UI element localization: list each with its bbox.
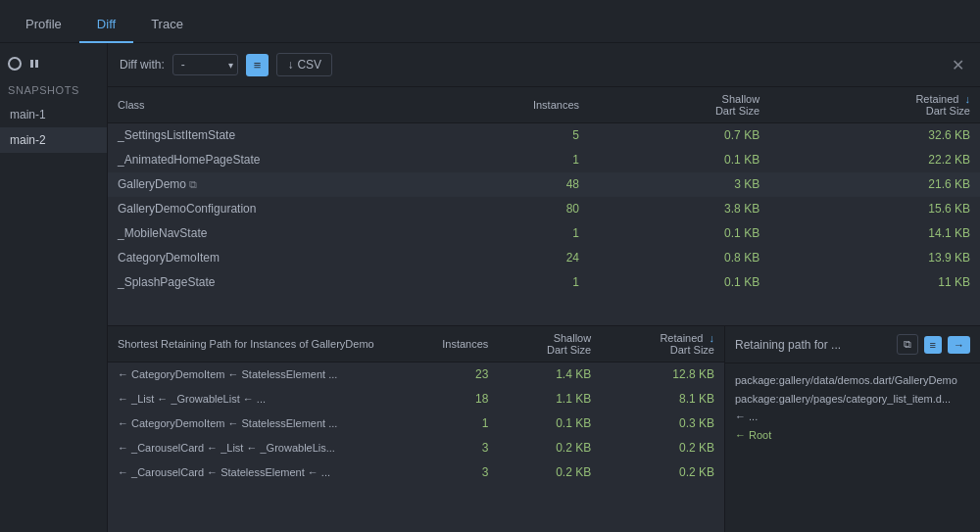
retaining-nav-button[interactable]: → [948,336,970,354]
col-path[interactable]: Shortest Retaining Path for Instances of… [108,326,416,363]
filter-button[interactable]: ≡ [246,54,270,76]
download-icon: ↓ [287,58,293,72]
cell-shallow: 0.2 KB [498,436,601,460]
record-icon[interactable] [8,57,22,71]
cell-instances: 23 [416,363,499,387]
sidebar-controls [0,51,107,80]
cell-shallow: 3.8 KB [589,197,769,221]
cell-class: GalleryDemoConfiguration [108,197,439,221]
tab-diff[interactable]: Diff [79,7,133,43]
bottom-section: Shortest Retaining Path for Instances of… [108,326,980,532]
table-row[interactable]: _AnimatedHomePageState 1 0.1 KB 22.2 KB [108,148,980,172]
retaining-path-content: package:gallery/data/demos.dart/GalleryD… [725,363,980,532]
table-row[interactable]: ← CategoryDemoItem ← StatelessElement ..… [108,363,724,387]
cell-shallow: 1.1 KB [498,387,601,411]
cell-shallow: 0.7 KB [589,123,769,148]
cell-shallow: 0.1 KB [589,148,769,172]
retaining-path-panel: Retaining path for ... ⧉ ≡ → package:gal… [725,326,980,532]
retaining-filter-button[interactable]: ≡ [924,336,942,354]
snapshots-label: Snapshots [0,80,107,102]
table-row[interactable]: ← _List ← _GrowableList ← ... 18 1.1 KB … [108,387,724,411]
table-row[interactable]: _SplashPageState 1 0.1 KB 11 KB [108,270,980,295]
col-retained-bottom[interactable]: Retained ↓Dart Size [601,326,724,363]
table-row[interactable]: _SettingsListItemState 5 0.7 KB 32.6 KB [108,123,980,148]
cell-instances: 1 [439,270,589,295]
sidebar-item-main2[interactable]: main-2 [0,127,107,153]
cell-retained: 14.1 KB [769,221,980,246]
copy-cell-icon[interactable]: ⧉ [189,178,197,190]
sidebar-item-main1[interactable]: main-1 [0,102,107,127]
cell-class: _AnimatedHomePageState [108,148,439,172]
cell-instances: 5 [439,123,589,148]
cell-instances: 80 [439,197,589,221]
cell-instances: 18 [416,387,499,411]
cell-retained: 13.9 KB [769,246,980,270]
diff-with-label: Diff with: [120,58,165,72]
cell-path: ← CategoryDemoItem ← StatelessElement ..… [108,411,416,436]
csv-button[interactable]: ↓ CSV [276,53,332,76]
cell-path: ← CategoryDemoItem ← StatelessElement ..… [108,363,416,387]
copy-button[interactable]: ⧉ [897,334,918,355]
cell-shallow: 1.4 KB [498,363,601,387]
tab-bar: Profile Diff Trace [0,0,980,43]
table-row[interactable]: GalleryDemo ⧉ 48 3 KB 21.6 KB [108,172,980,197]
table-row[interactable]: CategoryDemoItem 24 0.8 KB 13.9 KB [108,246,980,270]
cell-retained: 12.8 KB [601,363,724,387]
cell-retained: 0.3 KB [601,411,724,436]
cell-instances: 24 [439,246,589,270]
cell-instances: 48 [439,172,589,197]
path-line: package:gallery/pages/category_list_item… [735,390,970,409]
cell-instances: 1 [439,221,589,246]
cell-retained: 22.2 KB [769,148,980,172]
main-layout: Snapshots main-1 main-2 Diff with: - mai… [0,43,980,532]
cell-shallow: 0.2 KB [498,460,601,485]
upper-table-container: Class Instances ShallowDart Size Retaine… [108,87,980,325]
tab-profile[interactable]: Profile [8,7,79,43]
bottom-table-container: Shortest Retaining Path for Instances of… [108,326,725,532]
path-line: ← Root [735,426,970,445]
col-shallow-bottom[interactable]: ShallowDart Size [498,326,601,363]
cell-retained: 11 KB [769,270,980,295]
path-line: ← ... [735,408,970,426]
cell-class: _SettingsListItemState [108,123,439,148]
cell-path: ← _List ← _GrowableList ← ... [108,387,416,411]
upper-table: Class Instances ShallowDart Size Retaine… [108,87,980,295]
cell-retained: 0.2 KB [601,460,724,485]
retaining-path-header: Retaining path for ... ⧉ ≡ → [725,326,980,363]
cell-shallow: 3 KB [589,172,769,197]
sidebar: Snapshots main-1 main-2 [0,43,108,532]
col-instances-bottom[interactable]: Instances [416,326,499,363]
table-row[interactable]: GalleryDemoConfiguration 80 3.8 KB 15.6 … [108,197,980,221]
pause-icon[interactable] [27,57,41,71]
cell-path: ← _CarouselCard ← _List ← _GrowableLis..… [108,436,416,460]
tab-trace[interactable]: Trace [133,7,201,43]
close-button[interactable]: ✕ [948,56,968,74]
content-area: Diff with: - main-1 ≡ ↓ CSV ✕ [108,43,980,532]
cell-instances: 1 [416,411,499,436]
col-instances[interactable]: Instances [439,87,589,123]
col-shallow[interactable]: ShallowDart Size [589,87,769,123]
retaining-path-title: Retaining path for ... [735,338,891,352]
cell-instances: 3 [416,436,499,460]
cell-class: _MobileNavState [108,221,439,246]
cell-shallow: 0.1 KB [498,411,601,436]
cell-shallow: 0.1 KB [589,270,769,295]
cell-retained: 0.2 KB [601,436,724,460]
cell-instances: 1 [439,148,589,172]
cell-retained: 15.6 KB [769,197,980,221]
table-row[interactable]: ← _CarouselCard ← _List ← _GrowableLis..… [108,436,724,460]
table-row[interactable]: ← _CarouselCard ← StatelessElement ← ...… [108,460,724,485]
col-class[interactable]: Class [108,87,439,123]
table-row[interactable]: ← CategoryDemoItem ← StatelessElement ..… [108,411,724,436]
cell-path: ← _CarouselCard ← StatelessElement ← ... [108,460,416,485]
cell-retained: 21.6 KB [769,172,980,197]
bottom-table: Shortest Retaining Path for Instances of… [108,326,724,485]
table-row[interactable]: _MobileNavState 1 0.1 KB 14.1 KB [108,221,980,246]
cell-instances: 3 [416,460,499,485]
cell-shallow: 0.1 KB [589,221,769,246]
cell-shallow: 0.8 KB [589,246,769,270]
cell-class: _SplashPageState [108,270,439,295]
diff-select[interactable]: - main-1 [172,54,238,75]
cell-class: GalleryDemo ⧉ [108,172,439,197]
col-retained[interactable]: Retained ↓Dart Size [769,87,980,123]
